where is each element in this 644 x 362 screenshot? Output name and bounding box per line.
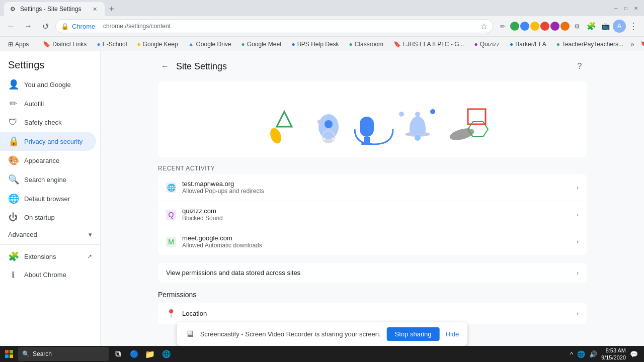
tpt-icon: ●	[556, 41, 560, 48]
taskbar-edge-icon[interactable]: 🔵	[127, 347, 141, 361]
ext-icon-7[interactable]	[560, 22, 570, 31]
menu-icon[interactable]: ⋮	[627, 20, 640, 33]
new-tab-button[interactable]: +	[105, 2, 119, 16]
site-settings-illustration	[158, 81, 587, 157]
reload-button[interactable]: ↺	[38, 19, 52, 33]
bookmark-label: LJHS ELA 8 PLC - G...	[403, 41, 464, 48]
bookmark-district-links[interactable]: 🔖 District Links	[39, 39, 91, 49]
back-button[interactable]: ←	[4, 19, 18, 33]
sidebar-item-default-browser[interactable]: 🌐 Default browser	[0, 189, 96, 208]
bookmark-label: TeacherPayTeachers...	[562, 41, 623, 48]
classroom-icon: ●	[349, 41, 352, 48]
shield-icon: 🛡	[8, 117, 18, 128]
sidebar-item-extensions[interactable]: 🧩 Extensions ↗	[0, 247, 100, 266]
permission-location[interactable]: 📍 Location ›	[158, 303, 587, 324]
lightbulb-dot	[325, 120, 333, 128]
ext-icon-5[interactable]	[540, 22, 549, 31]
another-dot	[399, 112, 404, 117]
bookmark-meet[interactable]: ● Google Meet	[237, 39, 286, 49]
bell-clapper	[415, 135, 421, 141]
window-controls: ─ □ ✕	[612, 4, 640, 12]
tab-close-button[interactable]: ✕	[91, 5, 99, 13]
address-bar[interactable]: 🔒 Chrome chrome://settings/content ☆	[55, 19, 493, 33]
bookmark-helpdesk[interactable]: ● BPS Help Desk	[288, 39, 343, 49]
bookmark-apps[interactable]: ⊞ Apps	[4, 39, 33, 49]
network-icon[interactable]: 🌐	[577, 350, 585, 358]
sidebar-label-about: About Chrome	[24, 271, 66, 279]
ext-icon-8[interactable]: ⚙	[571, 20, 584, 33]
bell-body	[410, 116, 426, 134]
sidebar-item-safety[interactable]: 🛡 Safety check	[0, 113, 96, 132]
barker-icon: ●	[510, 41, 513, 48]
sidebar-item-privacy[interactable]: 🔒 Privacy and security	[0, 132, 96, 151]
bookmark-tpt[interactable]: ● TeacherPayTeachers...	[552, 39, 627, 49]
forward-button[interactable]: →	[21, 19, 35, 33]
bookmark-barker[interactable]: ● Barker/ELA	[506, 39, 550, 49]
sidebar-label-extensions: Extensions	[24, 253, 56, 260]
chevron-down-icon: ▾	[89, 231, 92, 238]
activity-item-mapnwea[interactable]: 🌐 test.mapnwea.org Allowed Pop-ups and r…	[158, 174, 587, 201]
stop-sharing-button[interactable]: Stop sharing	[387, 327, 440, 341]
sidebar-item-search[interactable]: 🔍 Search engine	[0, 170, 96, 189]
active-tab[interactable]: ⚙ Settings - Site Settings ✕	[4, 2, 105, 16]
helpdesk-icon: ●	[292, 41, 295, 48]
volume-icon[interactable]: 🔊	[589, 350, 597, 358]
taskbar-task-view[interactable]: ⧉	[111, 347, 125, 361]
help-icon[interactable]: ?	[573, 59, 587, 73]
ext-icon-3[interactable]	[520, 22, 529, 31]
district-folder-icon: 🔖	[43, 41, 50, 48]
triangle-shape	[277, 112, 292, 127]
chevron-up-icon[interactable]: ^	[570, 350, 573, 358]
person-icon: 👤	[8, 79, 18, 90]
sidebar-label-safety: Safety check	[24, 119, 61, 126]
bookmark-drive[interactable]: ▲ Google Drive	[184, 39, 235, 49]
more-bookmarks[interactable]: »	[630, 40, 634, 48]
sidebar-item-on-startup[interactable]: ⏻ On startup	[0, 208, 96, 227]
cast-icon[interactable]: 📺	[599, 20, 612, 33]
bookmark-keep[interactable]: ● Google Keep	[133, 39, 182, 49]
ext-icon-2[interactable]	[510, 22, 519, 31]
ext-icon-1[interactable]: ✏	[496, 20, 509, 33]
maximize-button[interactable]: □	[622, 4, 630, 12]
view-permissions-item[interactable]: View permissions and data stored across …	[158, 263, 587, 283]
svg-rect-3	[10, 354, 13, 358]
extensions-puzzle-icon[interactable]: 🧩	[585, 20, 598, 33]
view-permissions-text: View permissions and data stored across …	[166, 269, 577, 277]
hide-button[interactable]: Hide	[446, 330, 459, 338]
minimize-button[interactable]: ─	[612, 4, 620, 12]
activity-item-quizizz[interactable]: Q quizizz.com Blocked Sound ›	[158, 201, 587, 228]
site-settings-back-button[interactable]: ←	[158, 59, 172, 73]
activity-item-meet[interactable]: M meet.google.com Allowed Automatic down…	[158, 228, 587, 255]
ext-icon-6[interactable]	[550, 22, 559, 31]
bookmark-label: BPS Help Desk	[297, 41, 339, 48]
close-button[interactable]: ✕	[632, 4, 640, 12]
bookmark-label: District Links	[52, 41, 87, 48]
chevron-right-icon-3: ›	[577, 238, 579, 245]
system-clock[interactable]: 8:53 AM 9/15/2020	[601, 347, 626, 361]
notification-icon[interactable]: 💬	[630, 350, 638, 358]
bookmark-ljhs[interactable]: 🔖 LJHS ELA 8 PLC - G...	[389, 39, 468, 49]
taskbar-chrome-icon[interactable]: 🌐	[159, 347, 173, 361]
sidebar-item-about[interactable]: ℹ About Chrome	[0, 266, 96, 284]
ext-icon-4[interactable]	[530, 22, 539, 31]
bookmark-quizizz[interactable]: ● Quizizz	[470, 39, 504, 49]
bookmark-label: Barker/ELA	[515, 41, 546, 48]
bookmark-eschool[interactable]: ● E-School	[93, 39, 131, 49]
sidebar-label-autofill: Autofill	[24, 100, 44, 108]
eschool-icon: ●	[97, 41, 100, 48]
sidebar-item-appearance[interactable]: 🎨 Appearance	[0, 151, 96, 170]
other-bookmarks[interactable]: 🔖 Other bookmarks	[636, 36, 644, 51]
bookmark-star-icon[interactable]: ☆	[480, 22, 488, 31]
sidebar-item-you-google[interactable]: 👤 You and Google	[0, 75, 96, 94]
advanced-section[interactable]: Advanced ▾	[0, 227, 100, 242]
profile-avatar[interactable]: A	[613, 20, 626, 33]
taskbar-explorer-icon[interactable]: 📁	[143, 347, 157, 361]
taskbar-search-label: Search	[33, 350, 52, 357]
sidebar-item-autofill[interactable]: ✏ Autofill	[0, 94, 96, 113]
chevron-right-icon-2: ›	[577, 211, 579, 218]
bookmark-classroom[interactable]: ● Classroom	[345, 39, 387, 49]
svg-rect-1	[10, 350, 13, 353]
taskbar-search-button[interactable]: 🔍 Search	[18, 347, 109, 361]
chrome-label: Chrome	[72, 23, 95, 30]
start-button[interactable]	[2, 347, 16, 361]
